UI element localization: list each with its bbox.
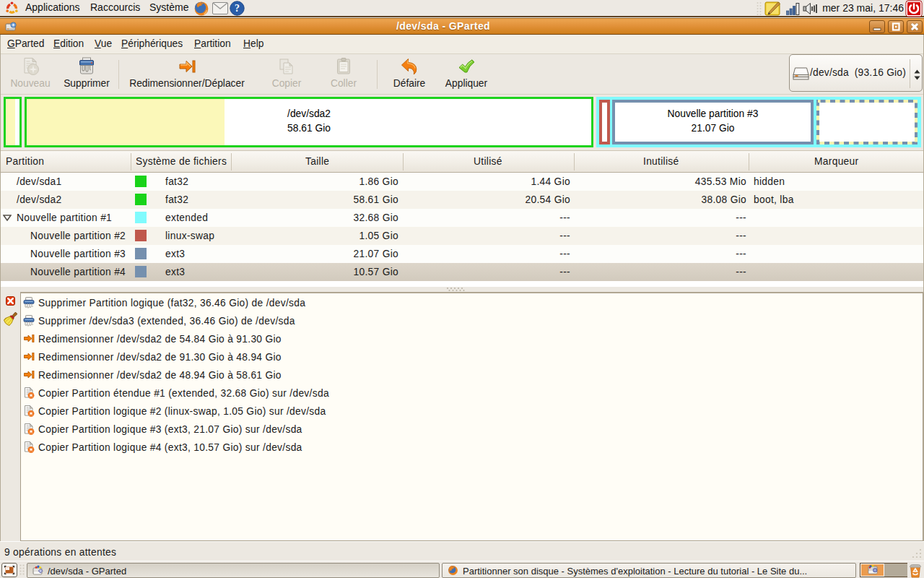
svg-text:?: ? [235, 3, 240, 14]
